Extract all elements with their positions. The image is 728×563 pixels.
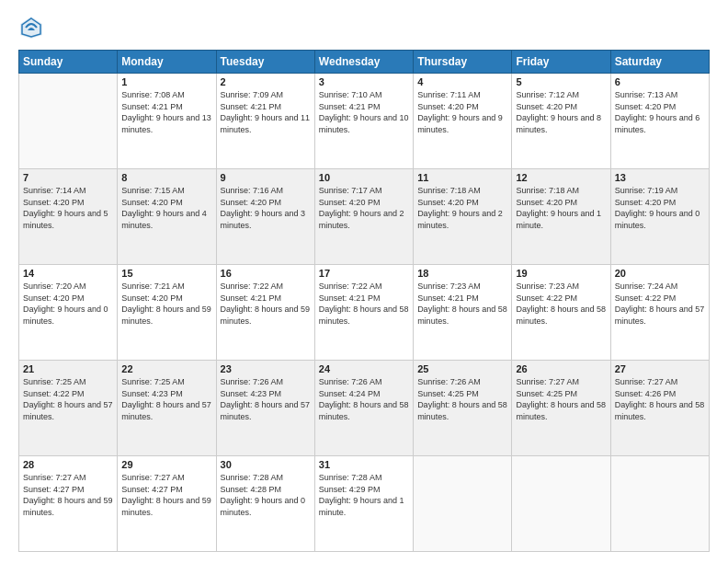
- day-info: Sunrise: 7:11 AMSunset: 4:20 PMDaylight:…: [417, 89, 507, 135]
- calendar-day-cell: 11Sunrise: 7:18 AMSunset: 4:20 PMDayligh…: [414, 169, 512, 265]
- calendar-day-cell: 7Sunrise: 7:14 AMSunset: 4:20 PMDaylight…: [19, 169, 118, 265]
- day-number: 29: [121, 459, 211, 470]
- weekday-header-sunday: Sunday: [19, 51, 118, 74]
- calendar-day-cell: 12Sunrise: 7:18 AMSunset: 4:20 PMDayligh…: [512, 169, 610, 265]
- calendar-day-cell: 19Sunrise: 7:23 AMSunset: 4:22 PMDayligh…: [512, 265, 610, 361]
- calendar-day-cell: 18Sunrise: 7:23 AMSunset: 4:21 PMDayligh…: [414, 265, 512, 361]
- calendar-day-cell: 13Sunrise: 7:19 AMSunset: 4:20 PMDayligh…: [610, 169, 709, 265]
- day-number: 31: [319, 459, 409, 470]
- day-number: 27: [615, 363, 705, 374]
- day-info: Sunrise: 7:26 AMSunset: 4:23 PMDaylight:…: [221, 376, 311, 422]
- calendar-day-cell: 3Sunrise: 7:10 AMSunset: 4:21 PMDaylight…: [314, 74, 413, 169]
- calendar-day-cell: [19, 74, 118, 169]
- weekday-header-thursday: Thursday: [414, 51, 512, 74]
- day-number: 17: [319, 268, 409, 279]
- day-number: 13: [615, 172, 705, 183]
- calendar-day-cell: 29Sunrise: 7:27 AMSunset: 4:27 PMDayligh…: [118, 456, 216, 552]
- calendar-day-cell: 2Sunrise: 7:09 AMSunset: 4:21 PMDaylight…: [216, 74, 314, 169]
- weekday-header-tuesday: Tuesday: [216, 51, 314, 74]
- calendar-day-cell: 20Sunrise: 7:24 AMSunset: 4:22 PMDayligh…: [610, 265, 709, 361]
- day-info: Sunrise: 7:26 AMSunset: 4:24 PMDaylight:…: [319, 376, 409, 422]
- calendar-day-cell: 30Sunrise: 7:28 AMSunset: 4:28 PMDayligh…: [216, 456, 314, 552]
- day-number: 19: [516, 268, 606, 279]
- day-number: 10: [319, 172, 409, 183]
- calendar-day-cell: 9Sunrise: 7:16 AMSunset: 4:20 PMDaylight…: [216, 169, 314, 265]
- day-number: 25: [417, 363, 507, 374]
- day-info: Sunrise: 7:28 AMSunset: 4:28 PMDaylight:…: [221, 472, 311, 518]
- day-info: Sunrise: 7:13 AMSunset: 4:20 PMDaylight:…: [615, 89, 705, 135]
- day-info: Sunrise: 7:15 AMSunset: 4:20 PMDaylight:…: [121, 185, 211, 231]
- calendar-day-cell: 10Sunrise: 7:17 AMSunset: 4:20 PMDayligh…: [314, 169, 413, 265]
- calendar-day-cell: 1Sunrise: 7:08 AMSunset: 4:21 PMDaylight…: [118, 74, 216, 169]
- day-number: 4: [417, 76, 507, 87]
- day-info: Sunrise: 7:23 AMSunset: 4:21 PMDaylight:…: [417, 281, 507, 327]
- day-info: Sunrise: 7:12 AMSunset: 4:20 PMDaylight:…: [516, 89, 606, 135]
- logo-icon: [18, 15, 44, 40]
- day-number: 9: [221, 172, 311, 183]
- day-number: 26: [516, 363, 606, 374]
- calendar-day-cell: [610, 456, 709, 552]
- day-info: Sunrise: 7:25 AMSunset: 4:23 PMDaylight:…: [121, 376, 211, 422]
- day-info: Sunrise: 7:18 AMSunset: 4:20 PMDaylight:…: [417, 185, 507, 231]
- day-number: 8: [121, 172, 211, 183]
- weekday-header-saturday: Saturday: [610, 51, 709, 74]
- logo: [18, 15, 48, 40]
- day-number: 7: [23, 172, 113, 183]
- day-number: 22: [121, 363, 211, 374]
- page: SundayMondayTuesdayWednesdayThursdayFrid…: [0, 0, 728, 563]
- day-info: Sunrise: 7:16 AMSunset: 4:20 PMDaylight:…: [221, 185, 311, 231]
- calendar-day-cell: 28Sunrise: 7:27 AMSunset: 4:27 PMDayligh…: [19, 456, 118, 552]
- day-number: 3: [319, 76, 409, 87]
- day-info: Sunrise: 7:22 AMSunset: 4:21 PMDaylight:…: [319, 281, 409, 327]
- calendar-table: SundayMondayTuesdayWednesdayThursdayFrid…: [18, 50, 710, 552]
- day-number: 6: [615, 76, 705, 87]
- calendar-day-cell: 25Sunrise: 7:26 AMSunset: 4:25 PMDayligh…: [414, 361, 512, 456]
- calendar-week-row: 28Sunrise: 7:27 AMSunset: 4:27 PMDayligh…: [19, 456, 710, 552]
- day-info: Sunrise: 7:23 AMSunset: 4:22 PMDaylight:…: [516, 281, 606, 327]
- day-info: Sunrise: 7:20 AMSunset: 4:20 PMDaylight:…: [23, 281, 113, 327]
- calendar-week-row: 7Sunrise: 7:14 AMSunset: 4:20 PMDaylight…: [19, 169, 710, 265]
- day-info: Sunrise: 7:24 AMSunset: 4:22 PMDaylight:…: [615, 281, 705, 327]
- day-info: Sunrise: 7:28 AMSunset: 4:29 PMDaylight:…: [319, 472, 409, 518]
- day-number: 30: [221, 459, 311, 470]
- calendar-day-cell: 6Sunrise: 7:13 AMSunset: 4:20 PMDaylight…: [610, 74, 709, 169]
- calendar-week-row: 21Sunrise: 7:25 AMSunset: 4:22 PMDayligh…: [19, 361, 710, 456]
- weekday-header-friday: Friday: [512, 51, 610, 74]
- day-number: 16: [221, 268, 311, 279]
- day-info: Sunrise: 7:09 AMSunset: 4:21 PMDaylight:…: [221, 89, 311, 135]
- calendar-day-cell: [512, 456, 610, 552]
- day-info: Sunrise: 7:27 AMSunset: 4:27 PMDaylight:…: [121, 472, 211, 518]
- day-number: 23: [221, 363, 311, 374]
- day-info: Sunrise: 7:18 AMSunset: 4:20 PMDaylight:…: [516, 185, 606, 231]
- day-info: Sunrise: 7:10 AMSunset: 4:21 PMDaylight:…: [319, 89, 409, 135]
- day-info: Sunrise: 7:26 AMSunset: 4:25 PMDaylight:…: [417, 376, 507, 422]
- day-number: 12: [516, 172, 606, 183]
- day-info: Sunrise: 7:17 AMSunset: 4:20 PMDaylight:…: [319, 185, 409, 231]
- day-info: Sunrise: 7:27 AMSunset: 4:26 PMDaylight:…: [615, 376, 705, 422]
- weekday-header-monday: Monday: [118, 51, 216, 74]
- weekday-header-row: SundayMondayTuesdayWednesdayThursdayFrid…: [19, 51, 710, 74]
- day-number: 14: [23, 268, 113, 279]
- day-number: 2: [221, 76, 311, 87]
- calendar-day-cell: 26Sunrise: 7:27 AMSunset: 4:25 PMDayligh…: [512, 361, 610, 456]
- day-info: Sunrise: 7:08 AMSunset: 4:21 PMDaylight:…: [121, 89, 211, 135]
- day-info: Sunrise: 7:14 AMSunset: 4:20 PMDaylight:…: [23, 185, 113, 231]
- day-number: 5: [516, 76, 606, 87]
- day-number: 24: [319, 363, 409, 374]
- weekday-header-wednesday: Wednesday: [314, 51, 413, 74]
- day-number: 1: [121, 76, 211, 87]
- day-number: 18: [417, 268, 507, 279]
- calendar-day-cell: 27Sunrise: 7:27 AMSunset: 4:26 PMDayligh…: [610, 361, 709, 456]
- day-number: 11: [417, 172, 507, 183]
- day-info: Sunrise: 7:25 AMSunset: 4:22 PMDaylight:…: [23, 376, 113, 422]
- calendar-day-cell: 14Sunrise: 7:20 AMSunset: 4:20 PMDayligh…: [19, 265, 118, 361]
- day-info: Sunrise: 7:27 AMSunset: 4:27 PMDaylight:…: [23, 472, 113, 518]
- calendar-day-cell: 21Sunrise: 7:25 AMSunset: 4:22 PMDayligh…: [19, 361, 118, 456]
- header: [18, 15, 710, 40]
- calendar-week-row: 1Sunrise: 7:08 AMSunset: 4:21 PMDaylight…: [19, 74, 710, 169]
- calendar-week-row: 14Sunrise: 7:20 AMSunset: 4:20 PMDayligh…: [19, 265, 710, 361]
- calendar-day-cell: 22Sunrise: 7:25 AMSunset: 4:23 PMDayligh…: [118, 361, 216, 456]
- calendar-day-cell: 8Sunrise: 7:15 AMSunset: 4:20 PMDaylight…: [118, 169, 216, 265]
- day-number: 20: [615, 268, 705, 279]
- day-number: 21: [23, 363, 113, 374]
